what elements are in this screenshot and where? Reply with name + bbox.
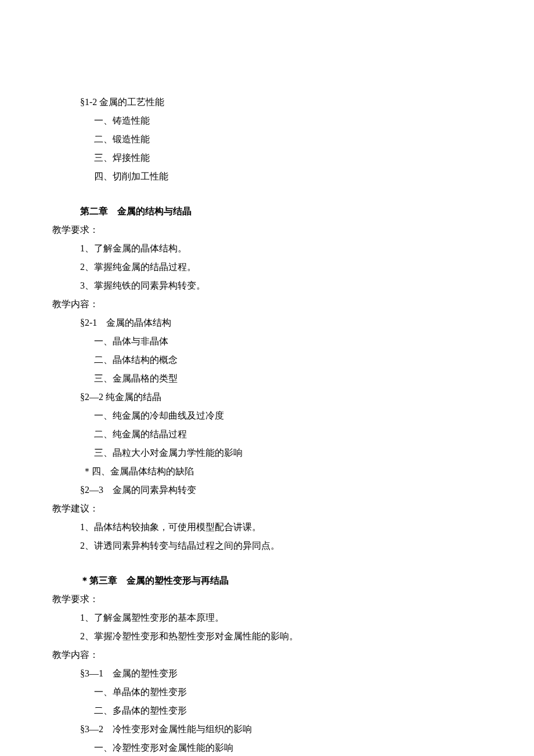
list-item: 一、纯金属的冷却曲线及过冷度 xyxy=(52,406,482,425)
list-item: 一、铸造性能 xyxy=(52,111,482,130)
chapter-2-title: 第二章 金属的结构与结晶 xyxy=(52,202,482,221)
list-item: 二、晶体结构的概念 xyxy=(52,351,482,369)
list-item: 一、单晶体的塑性变形 xyxy=(52,683,482,701)
list-item: 一、冷塑性变形对金属性能的影响 xyxy=(52,739,482,756)
list-item: 2、掌握纯金属的结晶过程。 xyxy=(52,258,482,276)
section-1-2-heading: §1-2 金属的工艺性能 xyxy=(52,93,482,111)
list-item: 二、纯金属的结晶过程 xyxy=(52,425,482,444)
list-item: 二、多晶体的塑性变形 xyxy=(52,701,482,720)
list-item: 四、切削加工性能 xyxy=(52,167,482,186)
list-item: 1、晶体结构较抽象，可使用模型配合讲课。 xyxy=(52,518,482,537)
teaching-requirements-label: 教学要求： xyxy=(52,221,482,239)
section-3-1-heading: §3—1 金属的塑性变形 xyxy=(52,664,482,683)
section-2-3-heading: §2—3 金属的同素异构转变 xyxy=(52,481,482,499)
list-item: 3、掌握纯铁的同素异构转变。 xyxy=(52,276,482,295)
teaching-suggestions-label: 教学建议： xyxy=(52,499,482,518)
section-2-2-heading: §2—2 纯金属的结晶 xyxy=(52,388,482,406)
teaching-requirements-label: 教学要求： xyxy=(52,590,482,609)
section-2-1-heading: §2-1 金属的晶体结构 xyxy=(52,314,482,332)
teaching-content-label: 教学内容： xyxy=(52,295,482,314)
list-item: 一、晶体与非晶体 xyxy=(52,332,482,351)
section-3-2-heading: §3—2 冷性变形对金属性能与组织的影响 xyxy=(52,720,482,739)
list-item: 2、掌握冷塑性变形和热塑性变形对金属性能的影响。 xyxy=(52,627,482,646)
list-item: 三、焊接性能 xyxy=(52,149,482,167)
list-item: 三、晶粒大小对金属力学性能的影响 xyxy=(52,444,482,462)
list-item: 1、了解金属塑性变形的基本原理。 xyxy=(52,609,482,627)
list-item: ＊四、金属晶体结构的缺陷 xyxy=(52,462,482,481)
chapter-3-title: ＊第三章 金属的塑性变形与再结晶 xyxy=(52,571,482,590)
list-item: 1、了解金属的晶体结构。 xyxy=(52,239,482,258)
list-item: 2、讲透同素异构转变与结晶过程之间的异同点。 xyxy=(52,537,482,555)
teaching-content-label: 教学内容： xyxy=(52,646,482,664)
list-item: 三、金属晶格的类型 xyxy=(52,369,482,388)
list-item: 二、锻造性能 xyxy=(52,130,482,149)
